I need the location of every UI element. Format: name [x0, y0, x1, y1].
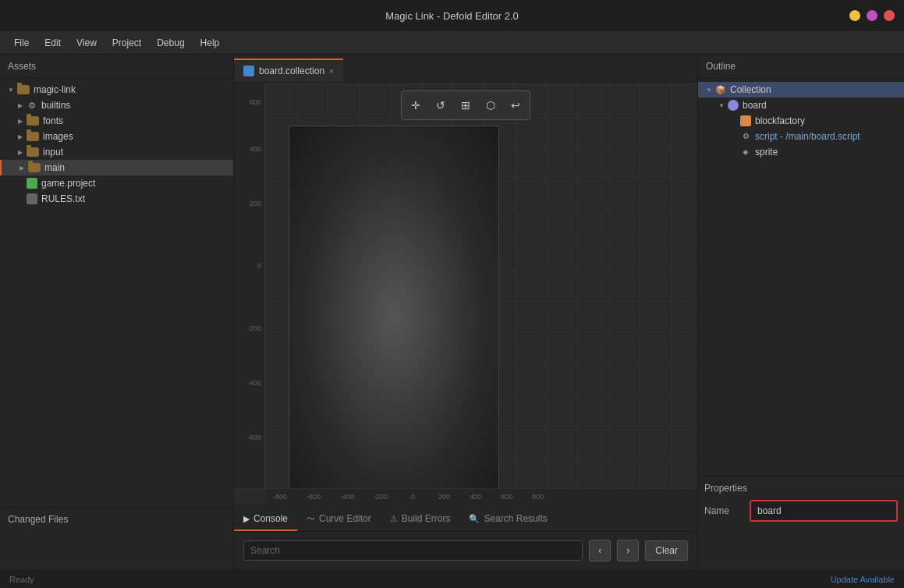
tree-label: input [43, 147, 63, 158]
collection-icon: 📦 [715, 84, 726, 95]
changed-files-panel: Changed Files [0, 507, 233, 569]
build-icon: ⚠ [390, 514, 398, 524]
tab-build-errors[interactable]: ⚠ Build Errors [381, 508, 460, 531]
menu-debug[interactable]: Debug [149, 34, 192, 51]
update-available-link[interactable]: Update Available [831, 575, 895, 584]
main-layout: Assets ▼ magic-link ▶ ⚙ builtins ▶ fonts [0, 55, 904, 569]
search-bar: ‹ › Clear [234, 532, 697, 569]
scene-viewport [289, 126, 499, 504]
status-bar: Ready Update Available [0, 569, 904, 588]
outline-label: board [743, 100, 767, 111]
bottom-tabs: ▶ Console 〜 Curve Editor ⚠ Build Errors … [234, 504, 697, 532]
tool-scale[interactable]: ⊞ [455, 94, 477, 116]
status-text: Ready [9, 575, 34, 584]
tree-item-main[interactable]: ▶ main [0, 160, 233, 175]
tab-console-label: Console [253, 513, 288, 524]
factory-icon [740, 115, 751, 126]
folder-icon [27, 116, 39, 126]
file-green-icon [27, 178, 37, 189]
tab-build-label: Build Errors [402, 513, 451, 524]
canvas-area[interactable]: 600 400 200 0 -200 -400 -600 ✛ ↺ ⊞ ⬡ ↩ [234, 83, 697, 504]
folder-icon [27, 132, 39, 141]
outline-label: Collection [730, 84, 771, 95]
tool-rotate[interactable]: ↺ [430, 94, 452, 116]
asset-tree: ▼ magic-link ▶ ⚙ builtins ▶ fonts ▶ imag… [0, 79, 233, 507]
outline-label: sprite [755, 147, 778, 158]
sprite-icon: ◈ [740, 147, 751, 158]
outline-item-collection[interactable]: ▼ 📦 Collection [698, 82, 904, 97]
maximize-button[interactable] [867, 10, 877, 21]
outline-header: Outline [698, 55, 904, 79]
menu-file[interactable]: File [6, 34, 37, 51]
outline-item-script[interactable]: ▶ ⚙ script - /main/board.script [698, 129, 904, 144]
menu-bar: File Edit View Project Debug Help [0, 31, 904, 55]
bottom-panel: ▶ Console 〜 Curve Editor ⚠ Build Errors … [234, 504, 697, 569]
clear-button[interactable]: Clear [645, 540, 688, 561]
outline-arrow: ▼ [717, 101, 726, 110]
menu-edit[interactable]: Edit [37, 34, 69, 51]
go-icon [728, 100, 739, 111]
close-button[interactable] [884, 10, 895, 21]
tree-label: game.project [41, 178, 95, 189]
ruler-mark: 200 [438, 493, 450, 501]
folder-icon [17, 85, 30, 94]
tool-anchor[interactable]: ⬡ [480, 94, 502, 116]
tab-close-button[interactable]: × [329, 67, 334, 76]
tool-undo[interactable]: ↩ [505, 94, 526, 116]
search-input[interactable] [243, 540, 583, 561]
outline-arrow: ▼ [704, 85, 714, 94]
tab-board-collection[interactable]: board.collection × [234, 58, 343, 82]
tree-item-magic-link[interactable]: ▼ magic-link [0, 82, 233, 97]
ruler-mark: -400 [247, 379, 261, 387]
menu-help[interactable]: Help [193, 34, 228, 51]
search-icon: 🔍 [469, 514, 480, 524]
ruler-mark: 800 [532, 493, 544, 501]
tree-item-rules[interactable]: ▶ RULES.txt [0, 191, 233, 207]
tab-curve-label: Curve Editor [319, 513, 371, 524]
ruler-mark: -800 [273, 493, 287, 501]
ruler-mark: 200 [250, 200, 261, 207]
outline-label: script - /main/board.script [755, 131, 860, 142]
property-name-label: Name [704, 505, 743, 516]
tree-label: main [44, 162, 65, 173]
next-button[interactable]: › [617, 540, 639, 561]
tab-curve-editor[interactable]: 〜 Curve Editor [297, 508, 381, 531]
tab-console[interactable]: ▶ Console [234, 508, 297, 531]
tree-label: builtins [41, 100, 70, 111]
property-row-name: Name board [704, 500, 898, 522]
tree-arrow: ▶ [16, 116, 25, 126]
tree-label: RULES.txt [41, 193, 85, 204]
right-panel: Outline ▼ 📦 Collection ▼ board ▶ blockfa… [697, 55, 904, 569]
properties-panel: Properties Name board [698, 476, 904, 569]
tree-item-fonts[interactable]: ▶ fonts [0, 113, 233, 129]
tree-arrow: ▶ [16, 147, 25, 157]
tab-search-results[interactable]: 🔍 Search Results [459, 508, 556, 531]
folder-icon [27, 147, 39, 157]
tree-item-builtins[interactable]: ▶ ⚙ builtins [0, 97, 233, 113]
tree-arrow: ▶ [17, 163, 27, 172]
ruler-mark: 600 [501, 493, 512, 501]
tree-item-game-project[interactable]: ▶ game.project [0, 175, 233, 191]
minimize-button[interactable] [849, 10, 860, 21]
tool-move[interactable]: ✛ [405, 94, 427, 116]
ruler-mark: -200 [374, 493, 388, 501]
prev-button[interactable]: ‹ [589, 540, 611, 561]
ruler-mark: -600 [307, 493, 321, 501]
script-icon: ⚙ [740, 131, 751, 142]
ruler-mark: 400 [470, 493, 481, 501]
tree-item-images[interactable]: ▶ images [0, 129, 233, 144]
property-name-value[interactable]: board [750, 500, 898, 522]
outline-item-sprite[interactable]: ▶ ◈ sprite [698, 144, 904, 160]
tree-label: magic-link [34, 84, 76, 95]
console-icon: ▶ [243, 514, 250, 524]
menu-project[interactable]: Project [105, 34, 149, 51]
outline-item-blockfactory[interactable]: ▶ blockfactory [698, 113, 904, 129]
outline-item-board[interactable]: ▼ board [698, 97, 904, 113]
assets-header: Assets [0, 55, 233, 79]
ruler-mark: -200 [247, 324, 261, 332]
outline-label: blockfactory [755, 115, 805, 126]
tree-item-input[interactable]: ▶ input [0, 144, 233, 160]
ruler-mark: 400 [250, 145, 261, 153]
ruler-mark: -400 [340, 493, 354, 501]
menu-view[interactable]: View [69, 34, 105, 51]
